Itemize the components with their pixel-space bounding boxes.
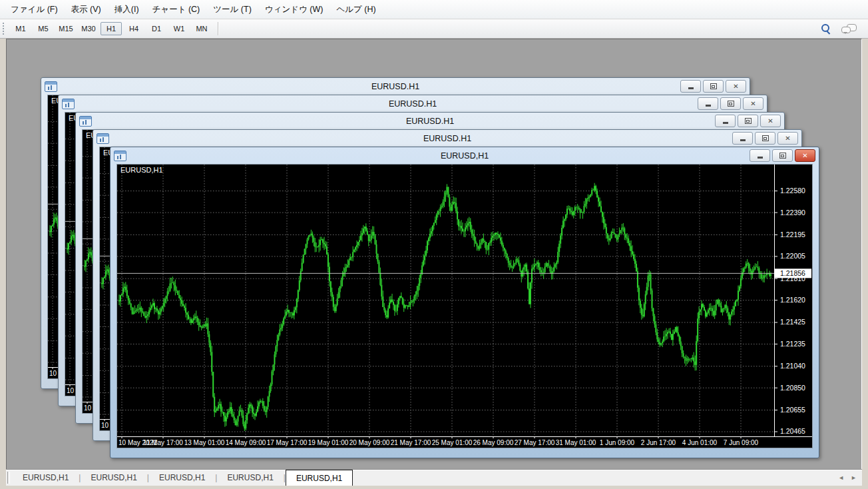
- minimize-button[interactable]: [680, 80, 701, 93]
- restore-glyph: [728, 101, 734, 107]
- icon-bar2: [120, 155, 121, 159]
- close-glyph: ✕: [802, 153, 807, 159]
- window-titlebar[interactable]: EURUSD.H1✕: [76, 113, 784, 129]
- icon-titlestrip: [80, 117, 91, 119]
- menu-item-chart[interactable]: チャート (C): [146, 1, 207, 19]
- icon-bar1: [117, 156, 118, 159]
- window-title: EURUSD,H1: [110, 151, 819, 161]
- timeframe-button-w1[interactable]: W1: [168, 22, 190, 35]
- minimize-glyph: [740, 139, 746, 141]
- svg-text:27 May 17:00: 27 May 17:00: [515, 439, 555, 446]
- menu-item-window[interactable]: ウィンドウ (W): [258, 1, 330, 19]
- svg-text:EURUSD,H1: EURUSD,H1: [120, 166, 163, 174]
- chart-tab-3[interactable]: EURUSD,H1: [149, 470, 215, 486]
- window-title: EURUSD.H1: [93, 134, 801, 143]
- restore-button[interactable]: [720, 97, 741, 110]
- chart-tab-5[interactable]: EURUSD,H1: [286, 470, 353, 486]
- window-titlebar[interactable]: EURUSD.H1✕: [59, 95, 767, 112]
- chart-tab-1[interactable]: EURUSD,H1: [13, 470, 79, 486]
- restore-button[interactable]: [703, 80, 724, 93]
- chat-bubble-tail: [843, 32, 847, 36]
- window-titlebar[interactable]: EURUSD,H1✕: [110, 147, 819, 164]
- window-titlebar[interactable]: EURUSD.H1✕: [41, 78, 750, 95]
- svg-text:1.22195: 1.22195: [780, 231, 805, 239]
- icon-bar1: [48, 87, 49, 90]
- close-button[interactable]: ✕: [726, 80, 746, 93]
- restore-button[interactable]: [772, 149, 793, 162]
- window-title: EURUSD.H1: [76, 117, 784, 126]
- toolbar-right: [820, 23, 868, 34]
- mdi-workspace: EURUSD.H1✕1.225801.223901.221951.220051.…: [6, 39, 862, 469]
- svg-text:26 May 09:00: 26 May 09:00: [473, 439, 514, 446]
- chart-tab-bar: EURUSD,H1|EURUSD,H1|EURUSD,H1|EURUSD,H1|…: [6, 469, 862, 486]
- icon-bar1: [100, 139, 101, 142]
- restore-button[interactable]: [755, 132, 775, 145]
- close-button[interactable]: ✕: [795, 149, 815, 162]
- minimize-button[interactable]: [732, 132, 753, 145]
- menu-item-file[interactable]: ファイル (F): [4, 1, 65, 19]
- minimize-button[interactable]: [715, 115, 736, 127]
- minimize-glyph: [758, 157, 763, 159]
- svg-text:1.21856: 1.21856: [780, 269, 805, 277]
- menu-item-help[interactable]: ヘルプ (H): [329, 1, 382, 19]
- svg-text:1.21620: 1.21620: [780, 296, 805, 304]
- chat-icon[interactable]: [841, 24, 856, 34]
- svg-text:1.21425: 1.21425: [780, 318, 805, 326]
- svg-text:1.22390: 1.22390: [780, 209, 805, 217]
- chart-tab-2[interactable]: EURUSD,H1: [81, 470, 146, 486]
- svg-text:17 May 17:00: 17 May 17:00: [267, 439, 308, 446]
- svg-text:19 May 01:00: 19 May 01:00: [308, 439, 349, 446]
- svg-text:1.20655: 1.20655: [780, 406, 805, 414]
- minimize-glyph: [706, 105, 711, 107]
- svg-text:1.20465: 1.20465: [780, 427, 805, 435]
- scroll-left-icon[interactable]: ◄: [838, 474, 844, 481]
- svg-text:20 May 09:00: 20 May 09:00: [349, 439, 390, 446]
- chart-window-icon: [45, 81, 57, 92]
- restore-button[interactable]: [738, 115, 758, 127]
- search-icon[interactable]: [820, 23, 831, 34]
- toolbar-grip[interactable]: [3, 23, 6, 35]
- close-button[interactable]: ✕: [743, 97, 763, 110]
- restore-glyph: [745, 118, 752, 124]
- minimize-button[interactable]: [698, 97, 718, 110]
- chart-tabs: EURUSD,H1|EURUSD,H1|EURUSD,H1|EURUSD,H1|…: [13, 470, 353, 486]
- minimize-glyph: [723, 122, 728, 124]
- chart-tab-4[interactable]: EURUSD,H1: [217, 470, 283, 486]
- svg-text:1.21040: 1.21040: [780, 362, 805, 370]
- window-controls: ✕: [715, 115, 781, 127]
- menu-item-insert[interactable]: 挿入(I): [108, 1, 146, 19]
- scroll-right-icon[interactable]: ►: [851, 474, 857, 481]
- chart-window-icon: [62, 99, 75, 109]
- close-button[interactable]: ✕: [760, 115, 781, 127]
- window-controls: ✕: [680, 80, 746, 93]
- icon-bar2: [68, 103, 69, 107]
- icon-bar2: [103, 137, 104, 142]
- timeframe-button-mn[interactable]: MN: [191, 22, 212, 35]
- svg-text:14 May 09:00: 14 May 09:00: [226, 439, 266, 446]
- svg-text:25 May 01:00: 25 May 01:00: [432, 439, 473, 446]
- toolbar-separator: [218, 22, 218, 35]
- timeframe-button-m5[interactable]: M5: [33, 22, 54, 35]
- svg-text:2 Jun 17:00: 2 Jun 17:00: [641, 439, 676, 446]
- menu-item-view[interactable]: 表示 (V): [65, 1, 108, 19]
- toolbar: M1M5M15M30H1H4D1W1MN: [0, 19, 868, 39]
- timeframe-button-m1[interactable]: M1: [10, 22, 31, 35]
- timeframe-button-m15[interactable]: M15: [55, 22, 77, 35]
- icon-bar2: [51, 85, 52, 90]
- timeframe-button-m30[interactable]: M30: [78, 22, 99, 35]
- window-titlebar[interactable]: EURUSD.H1✕: [93, 130, 801, 147]
- icon-titlestrip: [45, 82, 57, 85]
- minimize-button[interactable]: [750, 149, 770, 162]
- timeframe-button-h4[interactable]: H4: [123, 22, 144, 35]
- icon-bar2: [85, 120, 87, 125]
- svg-text:1 Jun 09:00: 1 Jun 09:00: [600, 439, 635, 446]
- icon-bar1: [83, 121, 84, 125]
- menu-item-tools[interactable]: ツール (T): [206, 1, 258, 19]
- close-button[interactable]: ✕: [777, 132, 798, 145]
- timeframe-button-d1[interactable]: D1: [146, 22, 167, 35]
- chart-window-icon: [79, 116, 92, 127]
- timeframe-button-h1[interactable]: H1: [101, 22, 122, 35]
- window-controls: ✕: [698, 97, 763, 110]
- chart-canvas[interactable]: 1.225801.223901.221951.220051.218101.216…: [117, 165, 812, 448]
- icon-bar1: [65, 104, 67, 107]
